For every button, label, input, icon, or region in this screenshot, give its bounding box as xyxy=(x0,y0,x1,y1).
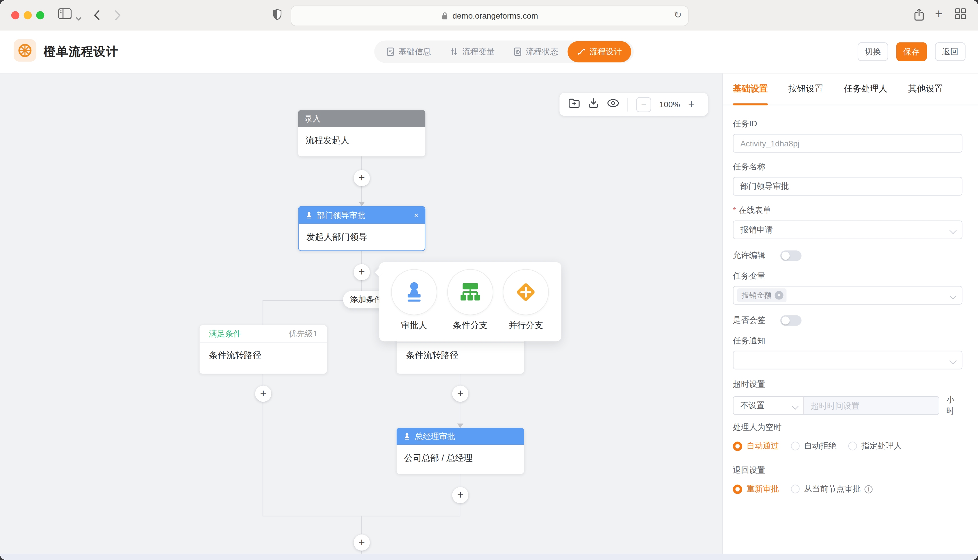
radio-assign-handler[interactable]: 指定处理人 xyxy=(848,440,902,452)
chevron-down-icon xyxy=(950,292,956,300)
field-task-name: 任务名称 xyxy=(733,161,963,195)
task-variable-select[interactable]: 报销金额 × xyxy=(733,286,963,304)
timeout-combo: 不设置 xyxy=(733,396,940,415)
nav-tab-process-status[interactable]: 流程状态 xyxy=(504,40,567,63)
add-node-button[interactable]: + xyxy=(354,170,370,186)
task-name-input[interactable] xyxy=(733,177,963,195)
add-node-button-right-branch[interactable]: + xyxy=(452,386,468,402)
traffic-close-button[interactable] xyxy=(11,11,20,20)
node-gm-approval[interactable]: 总经理审批 公司总部 / 总经理 xyxy=(396,428,524,474)
approver-stamp-icon xyxy=(403,432,411,440)
app-header: 橙单流程设计 基础信息 流程变量 流程状态 xyxy=(0,30,978,73)
condition-branch-circle[interactable] xyxy=(447,269,493,315)
allow-edit-toggle[interactable] xyxy=(780,250,802,260)
tag-remove-icon[interactable]: × xyxy=(775,291,784,300)
tab-overview-icon[interactable] xyxy=(955,8,966,22)
app-logo xyxy=(14,39,36,62)
priority-label: 优先级1 xyxy=(289,328,318,339)
node-start-header: 录入 xyxy=(298,110,426,127)
radio-dot xyxy=(848,442,857,450)
node-dept-body: 发起人部门领导 xyxy=(299,223,425,251)
node-type-popup: 审批人 条件分支 xyxy=(379,262,561,341)
radio-re-approve[interactable]: 重新审批 xyxy=(733,483,779,495)
back-button[interactable]: 返回 xyxy=(935,42,966,61)
field-allow-edit: 允许编辑 xyxy=(733,250,963,261)
reload-icon[interactable]: ↻ xyxy=(674,9,682,21)
shield-icon[interactable] xyxy=(273,9,282,23)
new-tab-icon[interactable]: + xyxy=(935,6,943,21)
field-task-notify: 任务通知 xyxy=(733,335,963,370)
radio-auto-reject[interactable]: 自动拒绝 xyxy=(791,440,836,452)
zoom-out-button[interactable]: − xyxy=(636,97,651,112)
add-node-button-gm[interactable]: + xyxy=(452,487,468,503)
close-icon[interactable]: × xyxy=(414,211,418,220)
task-notify-select[interactable] xyxy=(733,351,963,369)
popup-item-approver[interactable]: 审批人 xyxy=(391,269,437,331)
zoom-in-button[interactable]: + xyxy=(688,98,695,111)
address-bar[interactable]: demo.orangeforms.com ↻ xyxy=(291,5,689,26)
field-timeout: 超时设置 不设置 小时 xyxy=(733,379,963,417)
share-icon[interactable] xyxy=(914,8,924,24)
field-return-setting: 退回设置 重新审批 从当前节点审批 i xyxy=(733,465,963,495)
radio-auto-pass[interactable]: 自动通过 xyxy=(733,440,779,452)
new-file-icon[interactable] xyxy=(568,98,580,111)
node-start-body: 流程发起人 xyxy=(298,127,426,154)
add-node-button-end[interactable]: + xyxy=(354,535,370,551)
approver-stamp-icon xyxy=(402,280,426,304)
radio-dot xyxy=(733,441,742,450)
nav-tab-process-variables[interactable]: 流程变量 xyxy=(440,40,504,63)
arrowhead-dept xyxy=(359,202,365,206)
nav-tab-basic-info[interactable]: 基础信息 xyxy=(377,40,440,63)
preview-eye-icon[interactable] xyxy=(607,98,619,110)
popup-item-condition-branch[interactable]: 条件分支 xyxy=(447,269,493,331)
info-icon[interactable]: i xyxy=(864,485,873,493)
radio-dot xyxy=(791,485,799,493)
toolbar-divider xyxy=(627,98,628,111)
field-countersign: 是否会签 xyxy=(733,315,963,326)
add-node-button-left-branch[interactable]: + xyxy=(255,386,271,402)
traffic-maximize-button[interactable] xyxy=(36,11,44,20)
radio-dot xyxy=(791,442,799,450)
tab-task-handler[interactable]: 任务处理人 xyxy=(844,73,888,105)
timeout-value-input[interactable] xyxy=(804,397,939,414)
online-form-select[interactable]: 报销申请 xyxy=(733,220,963,239)
condition-met-label: 满足条件 xyxy=(209,328,242,339)
traffic-minimize-button[interactable] xyxy=(24,11,32,20)
popup-arrow xyxy=(375,268,383,277)
back-button-icon[interactable] xyxy=(94,10,100,23)
approver-circle[interactable] xyxy=(391,269,437,315)
page-title: 橙单流程设计 xyxy=(43,43,118,60)
header-nav: 基础信息 流程变量 流程状态 流程设计 xyxy=(374,40,634,63)
node-start[interactable]: 录入 流程发起人 xyxy=(298,110,426,157)
document-edit-icon xyxy=(386,47,395,56)
add-node-button-dept[interactable]: + xyxy=(354,264,370,280)
tab-button-settings[interactable]: 按钮设置 xyxy=(789,73,823,105)
lock-icon xyxy=(441,12,449,20)
node-dept-approval[interactable]: 部门领导审批 × 发起人部门领导 xyxy=(298,206,426,251)
orange-slice-icon xyxy=(17,43,32,58)
timeout-mode-select[interactable]: 不设置 xyxy=(734,397,804,414)
save-button[interactable]: 保存 xyxy=(896,42,927,61)
countersign-toggle[interactable] xyxy=(780,315,802,325)
sidebar-toggle-icon[interactable] xyxy=(58,8,72,22)
settings-panel: 基础设置 按钮设置 任务处理人 其他设置 任务ID 任务名称 在线表单 报销申请 xyxy=(722,73,978,553)
tab-basic-settings[interactable]: 基础设置 xyxy=(733,73,768,105)
variable-tag: 报销金额 × xyxy=(737,288,786,302)
radio-from-current-node[interactable]: 从当前节点审批 i xyxy=(791,483,873,495)
tab-other-settings[interactable]: 其他设置 xyxy=(908,73,943,105)
flow-canvas[interactable]: 录入 流程发起人 + 部门领导审批 × 发起人部门领导 + 添加条件 xyxy=(0,73,722,553)
field-empty-handler: 处理人为空时 自动通过 自动拒绝 指定处理人 xyxy=(733,422,963,452)
popup-item-parallel-branch[interactable]: 并行分支 xyxy=(503,269,549,331)
parallel-branch-circle[interactable] xyxy=(503,269,549,315)
node-condition-left[interactable]: 满足条件 优先级1 条件流转路径 xyxy=(200,325,327,373)
flow-icon xyxy=(577,47,585,56)
field-task-id: 任务ID xyxy=(733,118,963,152)
forward-button-icon[interactable] xyxy=(115,10,121,23)
download-icon[interactable] xyxy=(588,98,599,111)
nav-tab-process-design[interactable]: 流程设计 xyxy=(567,41,631,62)
task-id-input[interactable] xyxy=(733,134,963,152)
switch-button[interactable]: 切换 xyxy=(858,42,888,61)
chevron-down-icon[interactable] xyxy=(75,12,82,24)
timeout-unit: 小时 xyxy=(946,395,962,417)
zoom-level: 100% xyxy=(659,100,680,109)
